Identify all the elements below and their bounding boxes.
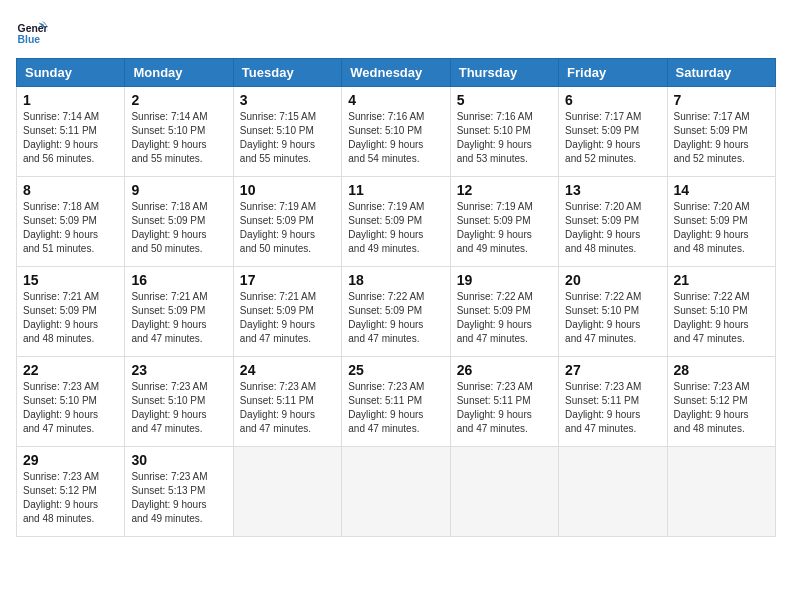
day-info: Sunrise: 7:23 AM Sunset: 5:10 PM Dayligh… [131, 380, 226, 436]
day-info: Sunrise: 7:23 AM Sunset: 5:11 PM Dayligh… [565, 380, 660, 436]
day-info: Sunrise: 7:15 AM Sunset: 5:10 PM Dayligh… [240, 110, 335, 166]
day-info: Sunrise: 7:20 AM Sunset: 5:09 PM Dayligh… [674, 200, 769, 256]
calendar-cell: 24Sunrise: 7:23 AM Sunset: 5:11 PM Dayli… [233, 357, 341, 447]
weekday-header-monday: Monday [125, 59, 233, 87]
day-number: 2 [131, 92, 226, 108]
day-number: 27 [565, 362, 660, 378]
day-info: Sunrise: 7:22 AM Sunset: 5:10 PM Dayligh… [565, 290, 660, 346]
day-info: Sunrise: 7:21 AM Sunset: 5:09 PM Dayligh… [23, 290, 118, 346]
day-info: Sunrise: 7:19 AM Sunset: 5:09 PM Dayligh… [457, 200, 552, 256]
day-number: 18 [348, 272, 443, 288]
day-number: 23 [131, 362, 226, 378]
calendar-cell: 30Sunrise: 7:23 AM Sunset: 5:13 PM Dayli… [125, 447, 233, 537]
calendar-cell [233, 447, 341, 537]
day-info: Sunrise: 7:18 AM Sunset: 5:09 PM Dayligh… [131, 200, 226, 256]
day-info: Sunrise: 7:16 AM Sunset: 5:10 PM Dayligh… [457, 110, 552, 166]
calendar-cell: 14Sunrise: 7:20 AM Sunset: 5:09 PM Dayli… [667, 177, 775, 267]
calendar-cell: 1Sunrise: 7:14 AM Sunset: 5:11 PM Daylig… [17, 87, 125, 177]
weekday-header-thursday: Thursday [450, 59, 558, 87]
weekday-header-wednesday: Wednesday [342, 59, 450, 87]
calendar-cell: 12Sunrise: 7:19 AM Sunset: 5:09 PM Dayli… [450, 177, 558, 267]
day-info: Sunrise: 7:14 AM Sunset: 5:11 PM Dayligh… [23, 110, 118, 166]
day-number: 15 [23, 272, 118, 288]
page-header: General Blue [16, 16, 776, 48]
calendar-cell: 17Sunrise: 7:21 AM Sunset: 5:09 PM Dayli… [233, 267, 341, 357]
weekday-header-sunday: Sunday [17, 59, 125, 87]
logo-icon: General Blue [16, 16, 48, 48]
day-info: Sunrise: 7:22 AM Sunset: 5:10 PM Dayligh… [674, 290, 769, 346]
day-number: 3 [240, 92, 335, 108]
day-info: Sunrise: 7:18 AM Sunset: 5:09 PM Dayligh… [23, 200, 118, 256]
calendar-cell: 2Sunrise: 7:14 AM Sunset: 5:10 PM Daylig… [125, 87, 233, 177]
day-number: 25 [348, 362, 443, 378]
day-info: Sunrise: 7:23 AM Sunset: 5:11 PM Dayligh… [457, 380, 552, 436]
day-number: 20 [565, 272, 660, 288]
day-info: Sunrise: 7:16 AM Sunset: 5:10 PM Dayligh… [348, 110, 443, 166]
calendar-cell [450, 447, 558, 537]
day-info: Sunrise: 7:14 AM Sunset: 5:10 PM Dayligh… [131, 110, 226, 166]
day-info: Sunrise: 7:23 AM Sunset: 5:11 PM Dayligh… [348, 380, 443, 436]
calendar-cell [667, 447, 775, 537]
day-info: Sunrise: 7:23 AM Sunset: 5:11 PM Dayligh… [240, 380, 335, 436]
day-info: Sunrise: 7:20 AM Sunset: 5:09 PM Dayligh… [565, 200, 660, 256]
calendar-cell: 27Sunrise: 7:23 AM Sunset: 5:11 PM Dayli… [559, 357, 667, 447]
day-number: 30 [131, 452, 226, 468]
calendar-cell: 11Sunrise: 7:19 AM Sunset: 5:09 PM Dayli… [342, 177, 450, 267]
calendar-cell: 25Sunrise: 7:23 AM Sunset: 5:11 PM Dayli… [342, 357, 450, 447]
day-number: 22 [23, 362, 118, 378]
weekday-header-row: SundayMondayTuesdayWednesdayThursdayFrid… [17, 59, 776, 87]
day-number: 12 [457, 182, 552, 198]
calendar-cell [559, 447, 667, 537]
weekday-header-tuesday: Tuesday [233, 59, 341, 87]
calendar-table: SundayMondayTuesdayWednesdayThursdayFrid… [16, 58, 776, 537]
day-info: Sunrise: 7:17 AM Sunset: 5:09 PM Dayligh… [674, 110, 769, 166]
day-number: 5 [457, 92, 552, 108]
calendar-cell: 13Sunrise: 7:20 AM Sunset: 5:09 PM Dayli… [559, 177, 667, 267]
calendar-week-2: 8Sunrise: 7:18 AM Sunset: 5:09 PM Daylig… [17, 177, 776, 267]
calendar-cell: 3Sunrise: 7:15 AM Sunset: 5:10 PM Daylig… [233, 87, 341, 177]
calendar-week-3: 15Sunrise: 7:21 AM Sunset: 5:09 PM Dayli… [17, 267, 776, 357]
day-number: 26 [457, 362, 552, 378]
calendar-week-1: 1Sunrise: 7:14 AM Sunset: 5:11 PM Daylig… [17, 87, 776, 177]
day-number: 19 [457, 272, 552, 288]
day-info: Sunrise: 7:22 AM Sunset: 5:09 PM Dayligh… [457, 290, 552, 346]
day-number: 10 [240, 182, 335, 198]
day-info: Sunrise: 7:22 AM Sunset: 5:09 PM Dayligh… [348, 290, 443, 346]
day-info: Sunrise: 7:21 AM Sunset: 5:09 PM Dayligh… [240, 290, 335, 346]
logo: General Blue [16, 16, 48, 48]
calendar-body: 1Sunrise: 7:14 AM Sunset: 5:11 PM Daylig… [17, 87, 776, 537]
calendar-cell: 18Sunrise: 7:22 AM Sunset: 5:09 PM Dayli… [342, 267, 450, 357]
calendar-cell: 20Sunrise: 7:22 AM Sunset: 5:10 PM Dayli… [559, 267, 667, 357]
day-number: 24 [240, 362, 335, 378]
weekday-header-saturday: Saturday [667, 59, 775, 87]
day-number: 29 [23, 452, 118, 468]
day-number: 28 [674, 362, 769, 378]
day-number: 6 [565, 92, 660, 108]
calendar-cell: 21Sunrise: 7:22 AM Sunset: 5:10 PM Dayli… [667, 267, 775, 357]
day-info: Sunrise: 7:17 AM Sunset: 5:09 PM Dayligh… [565, 110, 660, 166]
day-info: Sunrise: 7:21 AM Sunset: 5:09 PM Dayligh… [131, 290, 226, 346]
day-number: 8 [23, 182, 118, 198]
day-info: Sunrise: 7:23 AM Sunset: 5:12 PM Dayligh… [23, 470, 118, 526]
day-number: 13 [565, 182, 660, 198]
calendar-cell: 8Sunrise: 7:18 AM Sunset: 5:09 PM Daylig… [17, 177, 125, 267]
calendar-cell: 15Sunrise: 7:21 AM Sunset: 5:09 PM Dayli… [17, 267, 125, 357]
calendar-week-5: 29Sunrise: 7:23 AM Sunset: 5:12 PM Dayli… [17, 447, 776, 537]
calendar-cell: 6Sunrise: 7:17 AM Sunset: 5:09 PM Daylig… [559, 87, 667, 177]
day-number: 14 [674, 182, 769, 198]
calendar-cell: 7Sunrise: 7:17 AM Sunset: 5:09 PM Daylig… [667, 87, 775, 177]
svg-text:Blue: Blue [18, 34, 41, 45]
calendar-cell: 29Sunrise: 7:23 AM Sunset: 5:12 PM Dayli… [17, 447, 125, 537]
calendar-cell: 23Sunrise: 7:23 AM Sunset: 5:10 PM Dayli… [125, 357, 233, 447]
calendar-week-4: 22Sunrise: 7:23 AM Sunset: 5:10 PM Dayli… [17, 357, 776, 447]
calendar-cell: 26Sunrise: 7:23 AM Sunset: 5:11 PM Dayli… [450, 357, 558, 447]
calendar-cell: 28Sunrise: 7:23 AM Sunset: 5:12 PM Dayli… [667, 357, 775, 447]
day-info: Sunrise: 7:19 AM Sunset: 5:09 PM Dayligh… [348, 200, 443, 256]
calendar-cell: 22Sunrise: 7:23 AM Sunset: 5:10 PM Dayli… [17, 357, 125, 447]
day-info: Sunrise: 7:23 AM Sunset: 5:10 PM Dayligh… [23, 380, 118, 436]
calendar-cell: 9Sunrise: 7:18 AM Sunset: 5:09 PM Daylig… [125, 177, 233, 267]
day-number: 7 [674, 92, 769, 108]
day-number: 21 [674, 272, 769, 288]
day-info: Sunrise: 7:23 AM Sunset: 5:13 PM Dayligh… [131, 470, 226, 526]
weekday-header-friday: Friday [559, 59, 667, 87]
